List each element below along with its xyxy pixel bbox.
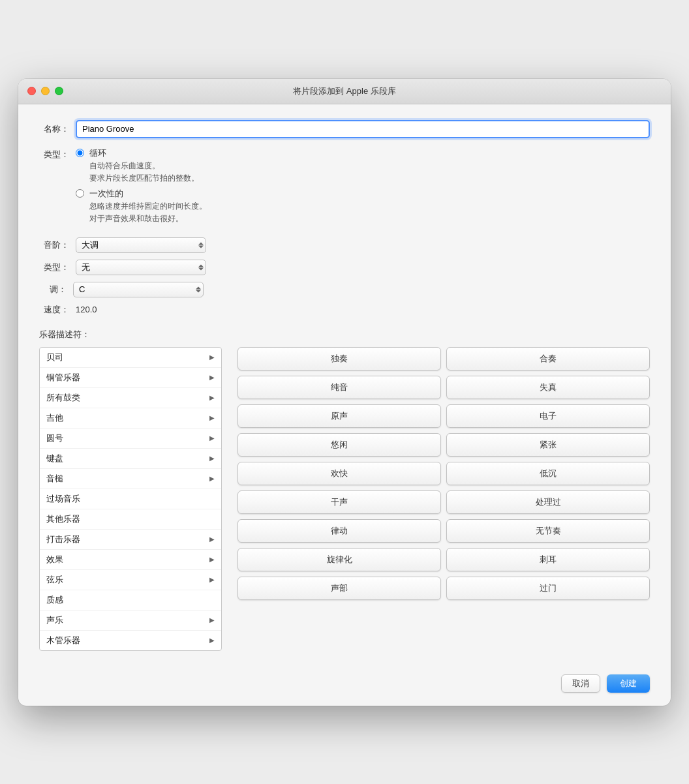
list-item[interactable]: 吉他▶ [40, 408, 221, 429]
minimize-button[interactable] [41, 87, 50, 95]
list-item[interactable]: 打击乐器▶ [40, 530, 221, 550]
list-item-label: 所有鼓类 [46, 392, 80, 404]
window-title: 将片段添加到 Apple 乐段库 [293, 85, 395, 97]
scale-select-wrapper: 大调 小调 任意 [76, 237, 206, 253]
descriptor-button[interactable]: 电子 [446, 404, 650, 428]
list-item[interactable]: 效果▶ [40, 550, 221, 570]
list-item[interactable]: 弦乐▶ [40, 570, 221, 590]
chevron-right-icon: ▶ [209, 576, 215, 583]
scale-row: 音阶： 大调 小调 任意 [39, 237, 650, 253]
loop-radio[interactable] [76, 149, 84, 157]
loop-radio-label: 循环 [89, 147, 199, 159]
main-window: 将片段添加到 Apple 乐段库 名称： 类型： 循环 自动符合乐曲速度。 要求… [18, 79, 671, 706]
list-item-label: 圆号 [46, 432, 63, 444]
window-controls [27, 87, 63, 95]
oneshot-radio-desc2: 对于声音效果和鼓击很好。 [89, 213, 207, 224]
list-item[interactable]: 铜管乐器▶ [40, 368, 221, 388]
key-select[interactable]: C D E F G A B [73, 282, 204, 297]
maximize-button[interactable] [55, 87, 63, 95]
chevron-right-icon: ▶ [209, 475, 215, 482]
chevron-right-icon: ▶ [209, 616, 215, 624]
cancel-button[interactable]: 取消 [561, 674, 600, 693]
list-item-label: 其他乐器 [46, 513, 80, 525]
speed-row: 速度： 120.0 [39, 304, 650, 316]
descriptor-button[interactable]: 悠闲 [237, 433, 441, 457]
descriptor-button[interactable]: 独奏 [237, 347, 441, 370]
name-label: 名称： [39, 123, 69, 135]
content-area: 名称： 类型： 循环 自动符合乐曲速度。 要求片段长度匹配节拍的整数。 [18, 104, 671, 664]
list-item[interactable]: 音槌▶ [40, 469, 221, 489]
descriptor-button[interactable]: 干声 [237, 490, 441, 514]
key-label: 调： [39, 284, 67, 295]
descriptor-button[interactable]: 紧张 [446, 433, 650, 457]
descriptor-button[interactable]: 处理过 [446, 490, 650, 514]
oneshot-radio-desc1: 忽略速度并维持固定的时间长度。 [89, 200, 207, 212]
list-item[interactable]: 木管乐器▶ [40, 631, 221, 650]
instrument-section-title: 乐器描述符： [39, 329, 650, 340]
name-row: 名称： [39, 120, 650, 138]
list-item-label: 木管乐器 [46, 635, 80, 646]
descriptor-button[interactable]: 合奏 [446, 347, 650, 370]
descriptor-button[interactable]: 律动 [237, 519, 441, 543]
descriptor-button[interactable]: 过门 [446, 577, 650, 600]
chevron-right-icon: ▶ [209, 354, 215, 361]
descriptor-grid: 独奏合奏纯音失真原声电子悠闲紧张欢快低沉干声处理过律动无节奏旋律化刺耳声部过门 [237, 347, 650, 651]
descriptor-button[interactable]: 纯音 [237, 376, 441, 399]
list-item-label: 弦乐 [46, 574, 63, 586]
list-item[interactable]: 所有鼓类▶ [40, 388, 221, 408]
list-item[interactable]: 过场音乐 [40, 489, 221, 509]
genre-row: 类型： 无 [39, 260, 650, 275]
descriptor-button[interactable]: 原声 [237, 404, 441, 428]
bottom-area: 贝司▶铜管乐器▶所有鼓类▶吉他▶圆号▶键盘▶音槌▶过场音乐其他乐器打击乐器▶效果… [39, 347, 650, 651]
list-item-label: 贝司 [46, 352, 63, 363]
chevron-right-icon: ▶ [209, 556, 215, 563]
oneshot-radio-label: 一次性的 [89, 188, 207, 200]
type-section-label: 类型： [39, 149, 69, 160]
scale-select[interactable]: 大调 小调 任意 [76, 237, 206, 253]
list-item[interactable]: 其他乐器 [40, 509, 221, 530]
list-item[interactable]: 声乐▶ [40, 611, 221, 631]
list-item-label: 过场音乐 [46, 493, 80, 505]
descriptor-button[interactable]: 旋律化 [237, 548, 441, 571]
list-item-label: 键盘 [46, 453, 63, 464]
list-item[interactable]: 圆号▶ [40, 429, 221, 449]
descriptor-button[interactable]: 欢快 [237, 462, 441, 485]
instrument-list: 贝司▶铜管乐器▶所有鼓类▶吉他▶圆号▶键盘▶音槌▶过场音乐其他乐器打击乐器▶效果… [39, 347, 222, 651]
list-item-label: 效果 [46, 554, 63, 565]
list-item-label: 吉他 [46, 412, 63, 424]
chevron-right-icon: ▶ [209, 637, 215, 644]
chevron-right-icon: ▶ [209, 374, 215, 381]
descriptor-button[interactable]: 无节奏 [446, 519, 650, 543]
loop-radio-desc2: 要求片段长度匹配节拍的整数。 [89, 172, 199, 184]
footer: 取消 创建 [18, 664, 671, 706]
list-item-label: 音槌 [46, 473, 63, 485]
chevron-right-icon: ▶ [209, 394, 215, 401]
chevron-right-icon: ▶ [209, 535, 215, 543]
list-item[interactable]: 键盘▶ [40, 449, 221, 469]
create-button[interactable]: 创建 [607, 674, 650, 693]
list-item[interactable]: 质感 [40, 590, 221, 611]
scale-label: 音阶： [39, 239, 69, 251]
list-item-label: 质感 [46, 594, 63, 606]
loop-radio-row: 循环 自动符合乐曲速度。 要求片段长度匹配节拍的整数。 [76, 147, 207, 184]
chevron-right-icon: ▶ [209, 434, 215, 442]
list-item[interactable]: 贝司▶ [40, 348, 221, 368]
chevron-right-icon: ▶ [209, 455, 215, 462]
descriptor-button[interactable]: 刺耳 [446, 548, 650, 571]
loop-radio-desc1: 自动符合乐曲速度。 [89, 160, 199, 172]
speed-label: 速度： [39, 304, 69, 316]
genre-select-wrapper: 无 [76, 260, 206, 275]
descriptor-button[interactable]: 声部 [237, 577, 441, 600]
titlebar: 将片段添加到 Apple 乐段库 [18, 79, 671, 104]
genre-select[interactable]: 无 [76, 260, 206, 275]
key-select-wrapper: C D E F G A B [73, 282, 204, 297]
close-button[interactable] [27, 87, 36, 95]
oneshot-radio[interactable] [76, 189, 84, 198]
descriptor-button[interactable]: 失真 [446, 376, 650, 399]
name-input[interactable] [76, 120, 650, 138]
type-section: 类型： 循环 自动符合乐曲速度。 要求片段长度匹配节拍的整数。 一次性的 忽略速… [39, 147, 650, 224]
genre-label: 类型： [39, 262, 69, 273]
descriptor-button[interactable]: 低沉 [446, 462, 650, 485]
oneshot-radio-row: 一次性的 忽略速度并维持固定的时间长度。 对于声音效果和鼓击很好。 [76, 188, 207, 224]
list-item-label: 声乐 [46, 614, 63, 626]
